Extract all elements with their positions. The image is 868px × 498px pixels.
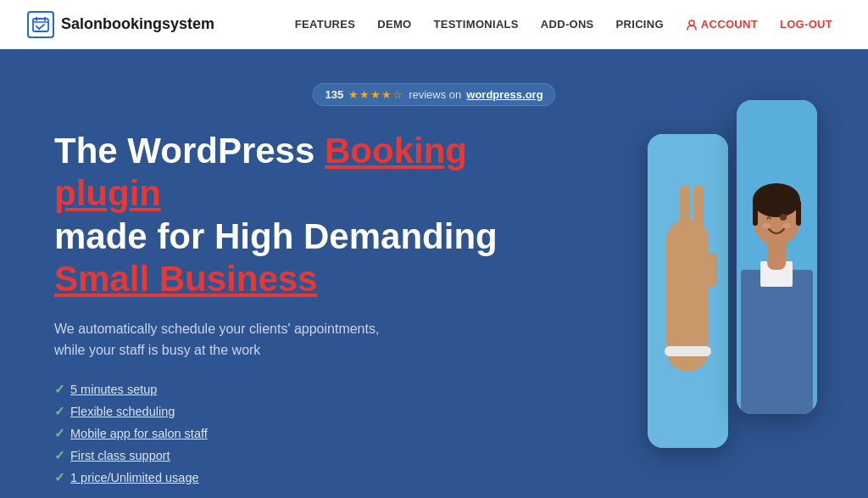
nav-logout[interactable]: LOG-OUT	[771, 13, 841, 36]
svg-point-17	[753, 183, 800, 217]
logo-text: Salonbookingsystem	[61, 15, 214, 33]
svg-rect-9	[693, 185, 704, 253]
svg-rect-0	[33, 19, 48, 31]
feature-link[interactable]: Flexible scheduling	[70, 405, 175, 418]
hero-subtitle: We automatically schedule your clients' …	[54, 318, 478, 361]
phone-images	[648, 100, 817, 465]
nav-pricing[interactable]: PRICING	[608, 13, 672, 36]
nav-addons[interactable]: ADD-ONS	[532, 13, 603, 36]
svg-rect-18	[753, 200, 758, 226]
navbar: Salonbookingsystem FEATURES DEMO TESTIMO…	[0, 0, 868, 49]
nav-demo[interactable]: DEMO	[369, 13, 420, 36]
logo-link[interactable]: Salonbookingsystem	[27, 11, 214, 38]
check-icon: ✓	[54, 404, 65, 419]
svg-rect-10	[666, 244, 676, 287]
svg-rect-8	[680, 185, 690, 253]
feature-link[interactable]: 5 minutes setup	[70, 383, 157, 396]
svg-rect-11	[707, 253, 717, 287]
logo-icon	[27, 11, 54, 38]
account-label: ACCOUNT	[701, 18, 758, 31]
svg-rect-19	[796, 200, 801, 226]
reviews-stars: ★★★★☆	[348, 88, 403, 101]
person-right-bg	[737, 100, 817, 414]
svg-rect-7	[665, 346, 711, 356]
reviews-badge: 135 ★★★★☆ reviews on wordpress.org	[312, 83, 555, 106]
hero-section: 135 ★★★★☆ reviews on wordpress.org The W…	[0, 49, 868, 498]
phone-card-left	[648, 134, 728, 448]
nav-features[interactable]: FEATURES	[287, 13, 364, 36]
check-icon: ✓	[54, 448, 65, 463]
list-item: ✓1 price/Unlimited usage	[54, 470, 814, 485]
feature-link[interactable]: First class support	[70, 449, 170, 462]
nav-menu: FEATURES DEMO TESTIMONIALS ADD-ONS PRICI…	[287, 13, 841, 36]
nav-testimonials[interactable]: TESTIMONIALS	[425, 13, 526, 36]
feature-link[interactable]: Mobile app for salon staff	[70, 427, 208, 440]
svg-point-4	[689, 20, 694, 25]
title-plain2: made for High Demanding	[54, 216, 498, 256]
reviews-count: 135	[325, 88, 343, 101]
check-icon: ✓	[54, 426, 65, 441]
svg-point-21	[762, 223, 771, 228]
title-highlight2: Small Business	[54, 259, 317, 299]
svg-point-20	[780, 214, 787, 221]
svg-rect-13	[741, 270, 813, 414]
hero-title: The WordPress Booking plugin made for Hi…	[54, 130, 546, 301]
phone-card-right	[737, 100, 817, 414]
feature-link[interactable]: 1 price/Unlimited usage	[70, 471, 199, 484]
person-left-bg	[648, 134, 728, 448]
reviews-text: reviews on	[409, 88, 461, 101]
check-icon: ✓	[54, 470, 65, 485]
title-plain1: The WordPress	[54, 131, 325, 171]
nav-account[interactable]: ACCOUNT	[677, 13, 766, 36]
wordpress-link[interactable]: wordpress.org	[466, 88, 542, 101]
check-icon: ✓	[54, 382, 65, 397]
svg-point-22	[782, 223, 791, 228]
